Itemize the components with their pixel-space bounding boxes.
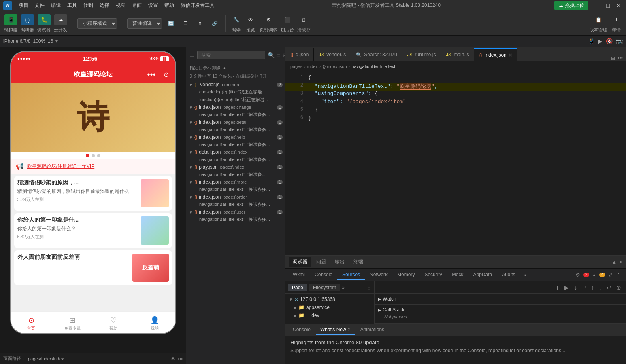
- menu-item-tools[interactable]: 工具: [64, 2, 80, 9]
- split-icon[interactable]: ⊞: [611, 55, 615, 61]
- search-input[interactable]: [197, 51, 265, 59]
- realtime-button[interactable]: ⚙: [263, 14, 274, 25]
- file-group-change-header[interactable]: ▼ {} index.json pages\change 1: [186, 104, 285, 111]
- menu-item-help[interactable]: 帮助: [161, 2, 177, 9]
- path-edit-icon[interactable]: 👁: [171, 356, 175, 361]
- console-tab-console[interactable]: Console: [289, 325, 315, 335]
- more-icon[interactable]: •••: [617, 55, 623, 61]
- hamburger-icon[interactable]: ☰: [190, 52, 195, 58]
- help-child-1[interactable]: navigationBarTitleText": "哆啦多多...: [186, 141, 285, 148]
- devtools-tab-memory[interactable]: Memory: [392, 270, 419, 280]
- user-child-1[interactable]: navigationBarTitleText": "哆啦多多...: [186, 216, 285, 223]
- callstack-title[interactable]: ▶ Call Stack: [378, 307, 623, 313]
- mode-select[interactable]: 小程序模式: [77, 18, 117, 29]
- simulator-button[interactable]: 📱: [4, 14, 17, 25]
- detail-json-child-1[interactable]: navigationBarTitleText": "哆啦多多...: [186, 156, 285, 163]
- editor-button[interactable]: { }: [21, 14, 34, 25]
- devtools-tab-mock[interactable]: Mock: [447, 270, 468, 280]
- debug-tab-terminal[interactable]: 终端: [349, 257, 367, 267]
- footer-tab-home[interactable]: ⊙ 首页: [11, 312, 52, 334]
- sort-icon[interactable]: ≡: [277, 52, 280, 58]
- tree-item-ip[interactable]: ▼ ⊙ 127.0.0.1:65368: [285, 295, 374, 303]
- menu-item-interface[interactable]: 界面: [129, 2, 145, 9]
- dbg-noscript-btn[interactable]: ⊕: [615, 284, 623, 292]
- sources-options-icon[interactable]: ⋮: [366, 284, 372, 290]
- devtools-tab-appdata[interactable]: AppData: [468, 270, 497, 280]
- console-tab-animations[interactable]: Animations: [356, 325, 388, 335]
- whatsnew-close-icon[interactable]: ×: [348, 327, 351, 332]
- debug-tab-issues[interactable]: 问题: [312, 257, 330, 267]
- phone-nav-dots[interactable]: •••: [147, 70, 155, 79]
- upload-icon-btn[interactable]: ⬆: [194, 18, 206, 29]
- console-tab-whatsnew[interactable]: What's New ×: [316, 325, 355, 335]
- devtools-tab-console[interactable]: Console: [310, 270, 337, 280]
- devtools-settings-icon[interactable]: ⚙: [575, 272, 580, 278]
- phone-icon[interactable]: 📱: [588, 38, 595, 44]
- vendor-child-1[interactable]: console.log(e),{title:"我正在哆啦...: [186, 88, 285, 96]
- debug-tab-output[interactable]: 输出: [331, 257, 349, 267]
- tree-item-appservice[interactable]: ▶ 📁 appservice: [285, 303, 374, 311]
- menu-item-devtools[interactable]: 微信开发者工具: [177, 2, 218, 9]
- mute-icon[interactable]: 🔇: [606, 38, 613, 44]
- collapse-icon[interactable]: ▲: [611, 259, 617, 265]
- menu-item-select[interactable]: 选择: [96, 2, 113, 9]
- menu-item-edit[interactable]: 编辑: [48, 2, 64, 9]
- copy-icon[interactable]: ⎘: [283, 52, 285, 58]
- menu-item-settings[interactable]: 设置: [145, 2, 161, 9]
- tab-mainjs[interactable]: JS main.js: [441, 48, 475, 61]
- detail-child-1[interactable]: navigationBarTitleText": "哆啦多多...: [186, 126, 285, 133]
- vendor-child-2[interactable]: function(){return{title:"我正在哆啦...: [186, 96, 285, 104]
- tab-indexjson-close[interactable]: ×: [509, 52, 512, 58]
- upload-button[interactable]: ☁ 拖拽上传: [554, 1, 588, 10]
- file-group-detail-header[interactable]: ▼ {} index.json pages\detail 1: [186, 119, 285, 126]
- screenshot-icon[interactable]: 📷: [616, 38, 623, 44]
- debugger-button[interactable]: 🐛: [38, 14, 51, 25]
- order-child-1[interactable]: navigationBarTitleText": "哆啦多多...: [186, 201, 285, 208]
- window-minimize-button[interactable]: —: [591, 2, 601, 9]
- devtools-tab-audits[interactable]: Audits: [497, 270, 520, 280]
- search-icon[interactable]: 🔍: [268, 52, 275, 58]
- file-group-help-header[interactable]: ▼ {} index.json pages\help 1: [186, 133, 285, 141]
- file-group-play-header[interactable]: ▼ {} play.json pages\index 1: [186, 163, 285, 171]
- devtools-tab-sources[interactable]: Sources: [337, 270, 365, 280]
- compile-button[interactable]: 🔧: [230, 14, 242, 25]
- tab-indexjson[interactable]: {} index.json ×: [474, 48, 517, 61]
- sources-more-btn[interactable]: »: [342, 285, 345, 290]
- file-group-order-header[interactable]: ▼ {} index.json pages\order 1: [186, 193, 285, 201]
- list-button[interactable]: ☰: [180, 18, 191, 29]
- devtools-tab-security[interactable]: Security: [419, 270, 447, 280]
- dbg-stepout-btn[interactable]: ↑: [590, 284, 596, 292]
- version-button[interactable]: 📋: [593, 14, 604, 25]
- watch-title[interactable]: ▶ Watch: [378, 296, 623, 302]
- play-icon[interactable]: ▶: [598, 38, 603, 44]
- menu-item-goto[interactable]: 转到: [80, 2, 96, 9]
- tree-item-dev[interactable]: ▶ 📁 __dev__: [285, 311, 374, 320]
- path-more-icon[interactable]: •••: [178, 356, 183, 361]
- menu-item-file[interactable]: 文件: [32, 2, 48, 9]
- dbg-deactivate-btn[interactable]: ↩: [605, 284, 613, 292]
- devtools-more2-icon[interactable]: ⋮: [616, 272, 621, 278]
- window-close-button[interactable]: ×: [615, 2, 623, 9]
- menu-item-view[interactable]: 视图: [113, 2, 129, 9]
- debug-close-icon[interactable]: ×: [620, 259, 623, 265]
- preview-button[interactable]: 👁: [245, 14, 256, 25]
- change-child-1[interactable]: navigationBarTitleText": "哆啦多多...: [186, 111, 285, 119]
- tab-search[interactable]: 🔍 Search: 32.u7u: [351, 48, 402, 61]
- footer-tab-help[interactable]: ♡ 帮助: [93, 312, 134, 334]
- menu-item-project[interactable]: 项目: [15, 2, 32, 9]
- file-group-user-header[interactable]: ▼ {} index.json pages\user 1: [186, 208, 285, 216]
- dbg-stepinto-btn[interactable]: ⤶: [580, 284, 588, 292]
- backend-button[interactable]: ⬛: [282, 14, 293, 25]
- compile-select[interactable]: 普通编译: [127, 18, 162, 29]
- debug-tab-debugger[interactable]: 调试器: [289, 257, 311, 267]
- phone-nav-rec[interactable]: ⊙: [164, 71, 169, 78]
- window-maximize-button[interactable]: □: [604, 2, 612, 9]
- link-button[interactable]: 🔗: [209, 18, 220, 29]
- file-group-more-header[interactable]: ▼ {} index.json pages\more 1: [186, 178, 285, 186]
- phone-card-3[interactable]: 外人面前朋友面前反差萌 反差萌: [14, 250, 172, 285]
- phone-card-1[interactable]: 猜测情侣吵架的原因，... 猜测情侣吵架的原因，测试出你目前最渴望的是什么 3.…: [14, 176, 172, 211]
- sources-page-button[interactable]: Page: [288, 284, 307, 291]
- cache-button[interactable]: 🗑: [298, 14, 310, 25]
- detail-button[interactable]: ℹ: [611, 14, 622, 25]
- devtools-more-btn[interactable]: »: [520, 271, 530, 279]
